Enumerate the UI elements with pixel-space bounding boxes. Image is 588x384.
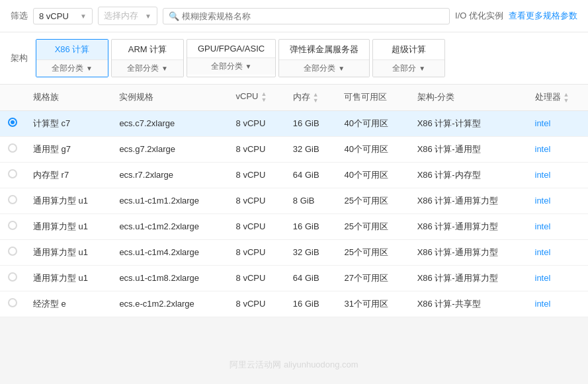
radio-btn-2[interactable] xyxy=(8,169,17,178)
radio-btn-5[interactable] xyxy=(8,247,17,256)
col-header-memory[interactable]: 内存▲▼ xyxy=(285,85,337,110)
table-row[interactable]: 通用算力型 u1ecs.u1-c1m8.2xlarge8 vCPU64 GiB2… xyxy=(0,265,588,291)
radio-btn-7[interactable] xyxy=(8,298,17,307)
search-box[interactable]: 🔍 xyxy=(163,8,450,24)
processor-label-0: intel xyxy=(535,118,551,128)
filter-label: 筛选 xyxy=(11,10,28,22)
cell-vcpu-3: 8 vCPU xyxy=(228,188,285,213)
cell-instance-2: ecs.r7.2xlarge xyxy=(111,162,228,188)
col-header-vcpu[interactable]: vCPU▲▼ xyxy=(228,85,285,110)
table-row[interactable]: 通用算力型 u1ecs.u1-c1m4.2xlarge8 vCPU32 GiB2… xyxy=(0,239,588,265)
cell-family-1: 通用型 g7 xyxy=(25,136,111,162)
cell-family-4: 通用算力型 u1 xyxy=(25,213,111,239)
arch-tab-sub-arm[interactable]: 全部分类▼ xyxy=(112,59,183,77)
cell-memory-7: 16 GiB xyxy=(285,291,337,317)
cell-processor-6: intel xyxy=(527,265,589,291)
radio-cell-3[interactable] xyxy=(0,188,25,213)
table-row[interactable]: 内存型 r7ecs.r7.2xlarge8 vCPU64 GiB40个可用区X8… xyxy=(0,162,588,188)
col-header-arch_type: 架构-分类 xyxy=(409,85,527,110)
arch-tab-super[interactable]: 超级计算全部分▼ xyxy=(372,39,445,77)
radio-cell-0[interactable] xyxy=(0,110,25,136)
radio-btn-4[interactable] xyxy=(8,221,17,230)
cell-family-0: 计算型 c7 xyxy=(25,110,111,136)
table-row[interactable]: 通用算力型 u1ecs.u1-c1m2.2xlarge8 vCPU16 GiB2… xyxy=(0,213,588,239)
cell-family-2: 内存型 r7 xyxy=(25,162,111,188)
cell-vcpu-5: 8 vCPU xyxy=(228,239,285,265)
radio-btn-1[interactable] xyxy=(8,143,17,153)
arch-tab-sub-super[interactable]: 全部分▼ xyxy=(373,59,444,77)
col-label-arch_type: 架构-分类 xyxy=(417,92,454,102)
filter-bar: 筛选 8 vCPU ▼ 选择内存 ▼ 🔍 I/O 优化实例 查看更多规格参数 xyxy=(0,0,588,32)
arch-tab-sub-arrow-icon-x86: ▼ xyxy=(86,65,93,72)
cell-arch-type-6: X86 计算-通用算力型 xyxy=(409,265,527,291)
arch-tabs: X86 计算全部分类▼ARM 计算全部分类▼GPU/FPGA/ASIC全部分类▼… xyxy=(36,39,445,77)
cell-processor-3: intel xyxy=(527,188,589,213)
memory-placeholder: 选择内存 xyxy=(104,10,138,22)
cell-memory-2: 64 GiB xyxy=(285,162,337,188)
col-header-available: 可售可用区 xyxy=(336,85,409,110)
col-header-processor[interactable]: 处理器▲▼ xyxy=(527,85,589,110)
processor-label-4: intel xyxy=(535,221,551,231)
arch-tab-sub-label-arm: 全部分类 xyxy=(127,63,159,74)
cell-vcpu-2: 8 vCPU xyxy=(228,162,285,188)
radio-cell-7[interactable] xyxy=(0,291,25,317)
radio-cell-2[interactable] xyxy=(0,162,25,188)
radio-cell-6[interactable] xyxy=(0,265,25,291)
io-label: I/O 优化实例 xyxy=(455,10,503,22)
cell-vcpu-0: 8 vCPU xyxy=(228,110,285,136)
cell-family-7: 经济型 e xyxy=(25,291,111,317)
cell-vcpu-7: 8 vCPU xyxy=(228,291,285,317)
radio-btn-0[interactable] xyxy=(8,118,17,127)
cell-available-4: 25个可用区 xyxy=(336,213,409,239)
arch-tab-name-x86: X86 计算 xyxy=(36,40,108,59)
arch-section: 架构 X86 计算全部分类▼ARM 计算全部分类▼GPU/FPGA/ASIC全部… xyxy=(0,32,588,85)
arch-tab-sub-bare[interactable]: 全部分类▼ xyxy=(279,59,369,77)
radio-btn-3[interactable] xyxy=(8,195,17,204)
cell-instance-3: ecs.u1-c1m1.2xlarge xyxy=(111,188,228,213)
cell-processor-0: intel xyxy=(527,110,589,136)
table-row[interactable]: 通用算力型 u1ecs.u1-c1m1.2xlarge8 vCPU8 GiB25… xyxy=(0,188,588,213)
arch-tab-sub-arrow-icon-super: ▼ xyxy=(419,65,425,72)
processor-label-3: intel xyxy=(535,196,551,206)
cell-processor-7: intel xyxy=(527,291,589,317)
arch-tab-sub-label-super: 全部分 xyxy=(392,63,416,74)
more-specs-link[interactable]: 查看更多规格参数 xyxy=(509,10,577,22)
cell-family-5: 通用算力型 u1 xyxy=(25,239,111,265)
cell-memory-0: 16 GiB xyxy=(285,110,337,136)
table-row[interactable]: 通用型 g7ecs.g7.2xlarge8 vCPU32 GiB40个可用区X8… xyxy=(0,136,588,162)
radio-cell-5[interactable] xyxy=(0,239,25,265)
search-input[interactable] xyxy=(182,11,444,21)
col-label-processor: 处理器 xyxy=(535,92,561,102)
radio-cell-1[interactable] xyxy=(0,136,25,162)
cell-vcpu-6: 8 vCPU xyxy=(228,265,285,291)
cell-processor-5: intel xyxy=(527,239,589,265)
arch-tab-sub-label-gpu: 全部分类 xyxy=(211,61,243,72)
memory-select[interactable]: 选择内存 ▼ xyxy=(98,7,157,25)
cpu-value: 8 vCPU xyxy=(39,11,69,21)
cpu-select[interactable]: 8 vCPU ▼ xyxy=(33,8,93,24)
search-icon: 🔍 xyxy=(169,11,179,21)
arch-tab-sub-x86[interactable]: 全部分类▼ xyxy=(36,59,108,77)
cell-memory-5: 32 GiB xyxy=(285,239,337,265)
processor-label-5: intel xyxy=(535,247,551,257)
arch-tab-arm[interactable]: ARM 计算全部分类▼ xyxy=(111,39,184,77)
table-row[interactable]: 计算型 c7ecs.c7.2xlarge8 vCPU16 GiB40个可用区X8… xyxy=(0,110,588,136)
cell-processor-1: intel xyxy=(527,136,589,162)
cpu-arrow-icon: ▼ xyxy=(80,13,87,20)
cell-vcpu-1: 8 vCPU xyxy=(228,136,285,162)
col-header-radio xyxy=(0,85,25,110)
arch-tab-sub-arrow-icon-arm: ▼ xyxy=(161,65,168,72)
table-row[interactable]: 经济型 eecs.e-c1m2.2xlarge8 vCPU16 GiB31个可用… xyxy=(0,291,588,317)
processor-label-6: intel xyxy=(535,273,551,283)
arch-tab-bare[interactable]: 弹性裸金属服务器全部分类▼ xyxy=(278,39,370,77)
cell-arch-type-5: X86 计算-通用算力型 xyxy=(409,239,527,265)
arch-tab-gpu[interactable]: GPU/FPGA/ASIC全部分类▼ xyxy=(187,39,276,77)
cell-arch-type-0: X86 计算-计算型 xyxy=(409,110,527,136)
arch-tab-x86[interactable]: X86 计算全部分类▼ xyxy=(36,39,108,77)
arch-tab-sub-gpu[interactable]: 全部分类▼ xyxy=(187,58,275,75)
cell-memory-1: 32 GiB xyxy=(285,136,337,162)
radio-cell-4[interactable] xyxy=(0,213,25,239)
col-label-memory: 内存 xyxy=(293,92,310,102)
cell-processor-4: intel xyxy=(527,213,589,239)
radio-btn-6[interactable] xyxy=(8,272,17,282)
